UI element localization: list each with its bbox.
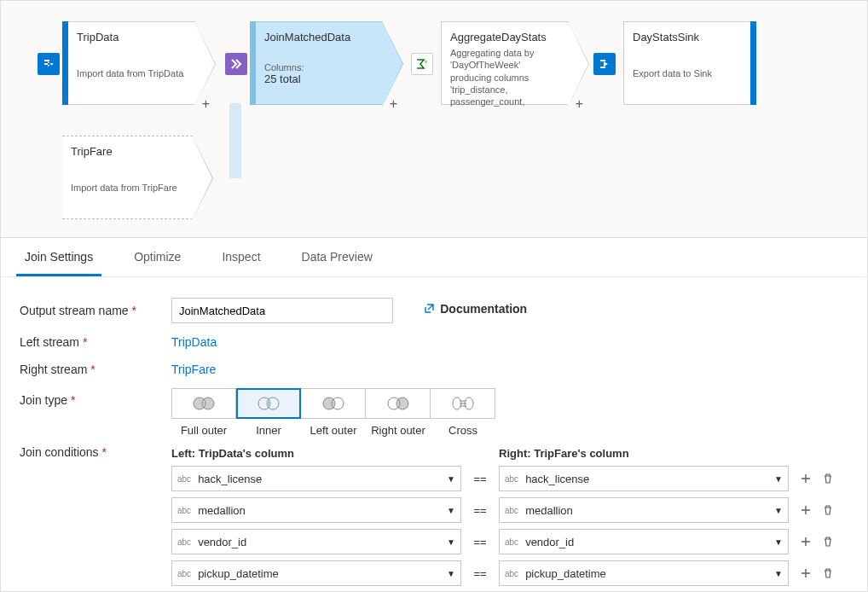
chevron-down-icon: ▼ (447, 537, 455, 547)
delete-condition-button[interactable] (821, 472, 835, 485)
tab-bar: Join Settings Optimize Inspect Data Prev… (1, 238, 867, 277)
type-tag: abc (177, 474, 191, 484)
columns-count: 25 total (256, 73, 382, 92)
tab-optimize[interactable]: Optimize (125, 238, 189, 276)
add-branch-tripdata[interactable]: + (202, 96, 210, 112)
jt-label-right: Right outer (366, 424, 431, 437)
right-column-select[interactable]: abchack_license▼ (499, 466, 789, 491)
chevron-down-icon: ▼ (774, 537, 783, 547)
jt-label-full: Full outer (171, 424, 236, 437)
node-desc: Export data to Sink (624, 67, 750, 86)
node-title: AggregateDayStats (442, 22, 568, 47)
node-tripfare[interactable]: TripFare Import data from TripFare (62, 136, 193, 219)
settings-panel: Join Settings Optimize Inspect Data Prev… (1, 238, 867, 591)
node-title: JoinMatchedData (256, 22, 382, 47)
type-tag: abc (177, 537, 191, 547)
delete-condition-button[interactable] (821, 535, 835, 548)
join-type-inner[interactable] (236, 388, 301, 419)
left-column-value: medallion (198, 504, 246, 517)
chevron-down-icon: ▼ (774, 569, 783, 578)
left-column-select[interactable]: abcmedallion▼ (171, 497, 461, 523)
add-branch-agg[interactable]: + (576, 96, 583, 112)
join-type-selector (171, 388, 835, 419)
left-column-select[interactable]: abchack_license▼ (171, 466, 461, 491)
jt-label-left: Left outer (301, 424, 366, 437)
join-type-leftouter[interactable] (301, 388, 366, 419)
equals-operator: == (461, 536, 499, 548)
join-type-cross[interactable] (431, 388, 495, 419)
chevron-down-icon: ▼ (774, 506, 783, 515)
join-conditions-label: Join conditions (20, 445, 99, 459)
left-column-value: hack_license (198, 473, 262, 485)
type-tag: abc (177, 569, 191, 578)
chevron-down-icon: ▼ (447, 474, 455, 484)
jt-label-cross: Cross (431, 424, 495, 437)
tab-data-preview[interactable]: Data Preview (293, 238, 381, 276)
left-column-header: Left: TripData's column (171, 447, 461, 460)
right-column-select[interactable]: abcmedallion▼ (499, 497, 789, 523)
delete-condition-button[interactable] (821, 503, 835, 517)
node-title: TripFare (62, 136, 192, 161)
output-stream-input[interactable] (171, 298, 393, 323)
add-branch-join[interactable]: + (390, 96, 397, 112)
condition-row: abcvendor_id▼==abcvendor_id▼ (171, 529, 835, 554)
left-column-select[interactable]: abcvendor_id▼ (171, 529, 461, 554)
right-column-select[interactable]: abcvendor_id▼ (499, 529, 789, 554)
join-type-rightouter[interactable] (366, 388, 431, 419)
left-column-value: pickup_datetime (198, 567, 279, 580)
app-frame: + TripData Import data from TripData + J… (0, 0, 868, 592)
join-type-fullouter[interactable] (171, 388, 236, 419)
node-joinmatcheddata[interactable]: + JoinMatchedData Columns: 25 total (255, 21, 383, 105)
svg-text:x: x (425, 59, 427, 64)
output-stream-label: Output stream name (20, 304, 129, 317)
right-column-value: pickup_datetime (525, 567, 606, 580)
type-tag: abc (505, 537, 518, 547)
equals-operator: == (461, 504, 499, 517)
right-column-value: vendor_id (525, 536, 574, 548)
join-icon (225, 53, 247, 75)
node-title: DayStatsSink (624, 22, 750, 47)
documentation-link[interactable]: Documentation (423, 302, 527, 316)
type-tag: abc (505, 506, 518, 515)
right-column-select[interactable]: abcpickup_datetime▼ (499, 560, 789, 586)
add-condition-button[interactable] (799, 566, 813, 580)
sink-icon (593, 53, 616, 75)
delete-condition-button[interactable] (821, 566, 835, 580)
condition-row: abcpickup_datetime▼==abcpickup_datetime▼ (171, 560, 835, 586)
import-icon (38, 53, 60, 75)
right-column-value: medallion (525, 504, 573, 517)
type-tag: abc (505, 569, 518, 578)
right-column-header: Right: TripFare's column (499, 447, 789, 460)
add-condition-button[interactable] (799, 472, 813, 485)
equals-operator: == (461, 567, 499, 580)
node-desc: Import data from TripFare (62, 182, 192, 200)
node-desc: Aggregating data by 'DayOfTheWeek' produ… (442, 47, 568, 114)
type-tag: abc (177, 506, 191, 515)
chevron-down-icon: ▼ (774, 474, 783, 484)
join-type-label: Join type (20, 393, 67, 407)
flow-canvas[interactable]: + TripData Import data from TripData + J… (1, 1, 867, 238)
add-condition-button[interactable] (799, 503, 813, 517)
tab-join-settings[interactable]: Join Settings (16, 238, 101, 276)
node-desc: Import data from TripData (68, 67, 194, 86)
node-aggregatedaystats[interactable]: x + AggregateDayStats Aggregating data b… (441, 21, 569, 105)
tab-inspect[interactable]: Inspect (213, 238, 269, 276)
left-column-value: vendor_id (198, 536, 246, 548)
right-stream-label: Right stream (20, 363, 87, 376)
aggregate-icon: x (411, 53, 433, 75)
right-stream-value[interactable]: TripFare (171, 363, 216, 376)
columns-label: Columns: (256, 47, 382, 73)
type-tag: abc (505, 474, 518, 484)
right-column-value: hack_license (525, 473, 589, 485)
equals-operator: == (461, 473, 499, 485)
left-stream-label: Left stream (20, 335, 79, 349)
node-daystatssink[interactable]: DayStatsSink Export data to Sink (623, 21, 751, 105)
settings-form: Output stream name * Documentation Left … (20, 293, 835, 591)
chevron-down-icon: ▼ (447, 506, 455, 515)
left-column-select[interactable]: abcpickup_datetime▼ (171, 560, 461, 586)
add-condition-button[interactable] (799, 535, 813, 548)
condition-row: abchack_license▼==abchack_license▼ (171, 466, 835, 491)
node-tripdata[interactable]: + TripData Import data from TripData (67, 21, 195, 105)
left-stream-value[interactable]: TripData (171, 335, 217, 349)
chevron-down-icon: ▼ (447, 569, 455, 578)
